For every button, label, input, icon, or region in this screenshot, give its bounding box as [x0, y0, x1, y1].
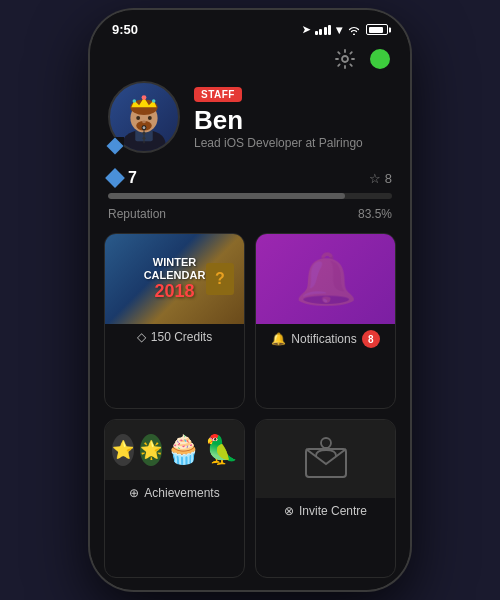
- progress-bar-fill: [108, 193, 345, 199]
- battery-icon: [366, 24, 388, 35]
- reputation-label: Reputation: [108, 207, 166, 221]
- achievement-icon-2: 🌟: [140, 434, 162, 466]
- level-number: 7: [128, 169, 137, 187]
- credits-icon: ◇: [137, 330, 146, 344]
- reputation-row: Reputation 83.5%: [90, 203, 410, 233]
- wifi-icon: ▾︎: [336, 23, 342, 37]
- avatar-wrapper: [108, 81, 180, 153]
- status-time: 9:50: [112, 22, 138, 37]
- svg-point-10: [142, 95, 147, 100]
- status-bar: 9:50 ➤ ▾︎: [90, 10, 410, 43]
- reputation-value: 83.5%: [358, 207, 392, 221]
- achievement-icon-1: ⭐: [112, 434, 134, 466]
- invite-envelope-icon: [301, 434, 351, 484]
- achievement-icon-3: 🧁: [168, 434, 200, 466]
- profile-name: Ben: [194, 106, 392, 135]
- winter-card-label: ◇ 150 Credits: [105, 324, 244, 350]
- svg-point-9: [142, 120, 146, 123]
- level-diamond-badge: [106, 137, 124, 155]
- svg-point-11: [133, 99, 136, 102]
- phone-screen: 9:50 ➤ ▾︎: [90, 10, 410, 590]
- achievements-icon: ⊕: [129, 486, 139, 500]
- top-actions: [90, 43, 410, 75]
- achievements-icons: ⭐ 🌟 🧁 🦜: [105, 420, 244, 480]
- phone-frame: 9:50 ➤ ▾︎: [90, 10, 410, 590]
- invite-card-label: ⊗ Invite Centre: [256, 498, 395, 524]
- progress-section: [90, 193, 410, 203]
- svg-point-17: [143, 126, 146, 129]
- notif-card-label: 🔔 Notifications 8: [256, 324, 395, 354]
- invite-icon: ⊗: [284, 504, 294, 518]
- svg-point-19: [321, 438, 331, 448]
- question-mark-box: ?: [206, 263, 234, 295]
- online-indicator: [368, 47, 392, 71]
- progress-bar-bg: [108, 193, 392, 199]
- level-display: 7: [108, 169, 137, 187]
- wifi-icon-svg: [347, 25, 361, 35]
- profile-info: STAFF Ben Lead iOS Developer at Palringo: [194, 84, 392, 151]
- svg-point-8: [148, 116, 152, 120]
- star-count: 8: [385, 171, 392, 186]
- star-icon: ☆: [369, 171, 381, 186]
- profile-section: STAFF Ben Lead iOS Developer at Palringo: [90, 75, 410, 165]
- invite-centre-card[interactable]: ⊗ Invite Centre: [255, 419, 396, 579]
- winter-card-image: WINTERCALENDAR 2018 ?: [105, 234, 244, 324]
- staff-badge: STAFF: [194, 87, 242, 102]
- svg-point-12: [152, 99, 155, 102]
- achievement-icon-4: 🦜: [206, 434, 238, 466]
- svg-point-0: [342, 56, 348, 62]
- notif-badge: 8: [362, 330, 380, 348]
- notif-card-image: 🔔: [256, 234, 395, 324]
- svg-point-7: [136, 116, 140, 120]
- settings-button[interactable]: [334, 48, 356, 70]
- status-icons: ➤ ▾︎: [302, 23, 389, 37]
- achievements-label: ⊕ Achievements: [105, 480, 244, 506]
- svg-point-14: [143, 132, 146, 135]
- star-display: ☆ 8: [369, 171, 392, 186]
- location-icon: ➤: [302, 24, 310, 35]
- winter-year: 2018: [154, 281, 194, 302]
- achievements-card[interactable]: ⭐ 🌟 🧁 🦜 ⊕ Achievements: [104, 419, 245, 579]
- svg-point-15: [143, 137, 146, 140]
- winter-title: WINTERCALENDAR: [144, 256, 206, 280]
- signal-icon: [315, 25, 332, 35]
- invite-card-image: [256, 420, 395, 498]
- bell-icon: 🔔: [271, 332, 286, 346]
- level-diamond-icon: [105, 168, 125, 188]
- cards-grid: WINTERCALENDAR 2018 ? ◇ 150 Credits 🔔 🔔: [90, 233, 410, 578]
- level-row: 7 ☆ 8: [90, 165, 410, 193]
- winter-calendar-card[interactable]: WINTERCALENDAR 2018 ? ◇ 150 Credits: [104, 233, 245, 409]
- profile-title: Lead iOS Developer at Palringo: [194, 136, 392, 150]
- notifications-card[interactable]: 🔔 🔔 Notifications 8: [255, 233, 396, 409]
- bell-bg-icon: 🔔: [295, 250, 357, 308]
